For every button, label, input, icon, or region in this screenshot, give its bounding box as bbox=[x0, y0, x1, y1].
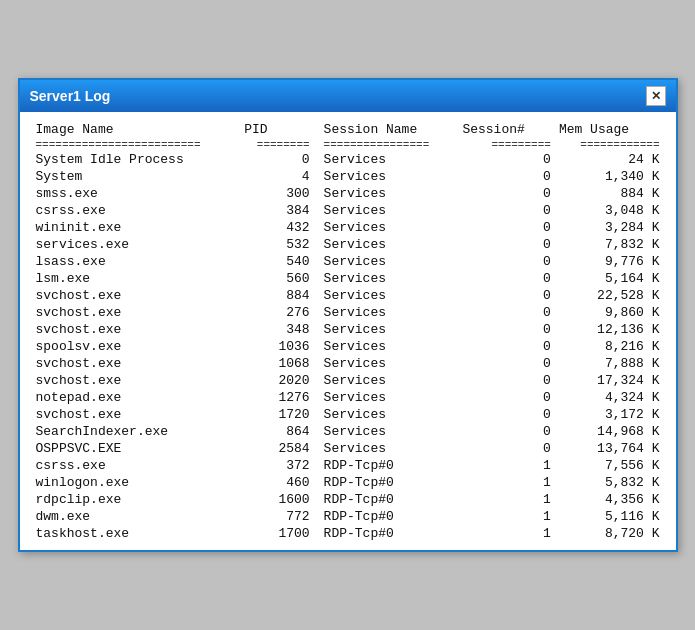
cell-pid: 560 bbox=[240, 270, 313, 287]
cell-session-num: 0 bbox=[458, 185, 555, 202]
table-row: notepad.exe 1276 Services 0 4,324 K bbox=[32, 389, 664, 406]
cell-session-num: 0 bbox=[458, 389, 555, 406]
table-row: svchost.exe 884 Services 0 22,528 K bbox=[32, 287, 664, 304]
cell-session-num: 0 bbox=[458, 287, 555, 304]
cell-image-name: System Idle Process bbox=[32, 151, 241, 168]
cell-image-name: services.exe bbox=[32, 236, 241, 253]
table-row: SearchIndexer.exe 864 Services 0 14,968 … bbox=[32, 423, 664, 440]
cell-mem-usage: 8,720 K bbox=[555, 525, 664, 542]
close-button[interactable]: ✕ bbox=[646, 86, 666, 106]
sep-session-num: ========= bbox=[458, 139, 555, 151]
col-header-mem-usage: Mem Usage bbox=[555, 120, 664, 139]
cell-pid: 276 bbox=[240, 304, 313, 321]
cell-mem-usage: 12,136 K bbox=[555, 321, 664, 338]
cell-session-name: RDP-Tcp#0 bbox=[314, 508, 459, 525]
cell-session-name: Services bbox=[314, 185, 459, 202]
cell-session-name: Services bbox=[314, 338, 459, 355]
cell-mem-usage: 4,356 K bbox=[555, 491, 664, 508]
cell-image-name: svchost.exe bbox=[32, 287, 241, 304]
cell-image-name: csrss.exe bbox=[32, 457, 241, 474]
cell-session-name: Services bbox=[314, 253, 459, 270]
table-row: lsm.exe 560 Services 0 5,164 K bbox=[32, 270, 664, 287]
cell-image-name: svchost.exe bbox=[32, 372, 241, 389]
cell-mem-usage: 1,340 K bbox=[555, 168, 664, 185]
cell-image-name: notepad.exe bbox=[32, 389, 241, 406]
cell-pid: 348 bbox=[240, 321, 313, 338]
table-row: svchost.exe 2020 Services 0 17,324 K bbox=[32, 372, 664, 389]
table-row: csrss.exe 384 Services 0 3,048 K bbox=[32, 202, 664, 219]
separator-row: ========================= ======== =====… bbox=[32, 139, 664, 151]
table-row: svchost.exe 1068 Services 0 7,888 K bbox=[32, 355, 664, 372]
table-row: wininit.exe 432 Services 0 3,284 K bbox=[32, 219, 664, 236]
cell-pid: 1036 bbox=[240, 338, 313, 355]
cell-session-name: Services bbox=[314, 406, 459, 423]
table-header-row: Image Name PID Session Name Session# Mem… bbox=[32, 120, 664, 139]
table-row: lsass.exe 540 Services 0 9,776 K bbox=[32, 253, 664, 270]
cell-session-num: 0 bbox=[458, 304, 555, 321]
cell-session-num: 0 bbox=[458, 355, 555, 372]
cell-session-num: 0 bbox=[458, 270, 555, 287]
cell-mem-usage: 5,164 K bbox=[555, 270, 664, 287]
table-row: csrss.exe 372 RDP-Tcp#0 1 7,556 K bbox=[32, 457, 664, 474]
cell-mem-usage: 8,216 K bbox=[555, 338, 664, 355]
cell-pid: 2020 bbox=[240, 372, 313, 389]
cell-image-name: taskhost.exe bbox=[32, 525, 241, 542]
title-bar: Server1 Log ✕ bbox=[20, 80, 676, 112]
cell-mem-usage: 9,860 K bbox=[555, 304, 664, 321]
cell-session-name: Services bbox=[314, 219, 459, 236]
cell-session-num: 0 bbox=[458, 236, 555, 253]
cell-pid: 864 bbox=[240, 423, 313, 440]
sep-session-name: ================ bbox=[314, 139, 459, 151]
cell-session-num: 1 bbox=[458, 474, 555, 491]
cell-session-num: 0 bbox=[458, 338, 555, 355]
cell-pid: 884 bbox=[240, 287, 313, 304]
cell-mem-usage: 7,832 K bbox=[555, 236, 664, 253]
cell-session-num: 1 bbox=[458, 525, 555, 542]
server-log-window: Server1 Log ✕ Image Name PID Session Nam… bbox=[18, 78, 678, 552]
cell-pid: 532 bbox=[240, 236, 313, 253]
cell-pid: 1720 bbox=[240, 406, 313, 423]
cell-session-num: 0 bbox=[458, 202, 555, 219]
cell-session-name: RDP-Tcp#0 bbox=[314, 457, 459, 474]
cell-session-name: RDP-Tcp#0 bbox=[314, 491, 459, 508]
cell-pid: 540 bbox=[240, 253, 313, 270]
table-row: OSPPSVC.EXE 2584 Services 0 13,764 K bbox=[32, 440, 664, 457]
cell-pid: 2584 bbox=[240, 440, 313, 457]
table-row: winlogon.exe 460 RDP-Tcp#0 1 5,832 K bbox=[32, 474, 664, 491]
cell-pid: 1700 bbox=[240, 525, 313, 542]
table-row: dwm.exe 772 RDP-Tcp#0 1 5,116 K bbox=[32, 508, 664, 525]
col-header-session-name: Session Name bbox=[314, 120, 459, 139]
cell-pid: 1600 bbox=[240, 491, 313, 508]
cell-session-name: Services bbox=[314, 389, 459, 406]
cell-image-name: spoolsv.exe bbox=[32, 338, 241, 355]
table-body: System Idle Process 0 Services 0 24 K Sy… bbox=[32, 151, 664, 542]
cell-image-name: dwm.exe bbox=[32, 508, 241, 525]
cell-mem-usage: 5,116 K bbox=[555, 508, 664, 525]
cell-session-name: Services bbox=[314, 440, 459, 457]
cell-session-num: 1 bbox=[458, 457, 555, 474]
cell-session-num: 0 bbox=[458, 440, 555, 457]
cell-session-num: 0 bbox=[458, 219, 555, 236]
cell-mem-usage: 3,172 K bbox=[555, 406, 664, 423]
cell-image-name: lsass.exe bbox=[32, 253, 241, 270]
cell-session-name: Services bbox=[314, 270, 459, 287]
cell-session-name: Services bbox=[314, 287, 459, 304]
col-header-session-num: Session# bbox=[458, 120, 555, 139]
table-row: rdpclip.exe 1600 RDP-Tcp#0 1 4,356 K bbox=[32, 491, 664, 508]
table-row: taskhost.exe 1700 RDP-Tcp#0 1 8,720 K bbox=[32, 525, 664, 542]
table-row: System Idle Process 0 Services 0 24 K bbox=[32, 151, 664, 168]
cell-session-name: Services bbox=[314, 423, 459, 440]
cell-pid: 772 bbox=[240, 508, 313, 525]
cell-mem-usage: 14,968 K bbox=[555, 423, 664, 440]
window-title: Server1 Log bbox=[30, 88, 111, 104]
cell-pid: 384 bbox=[240, 202, 313, 219]
cell-image-name: smss.exe bbox=[32, 185, 241, 202]
cell-pid: 372 bbox=[240, 457, 313, 474]
cell-image-name: svchost.exe bbox=[32, 304, 241, 321]
sep-pid: ======== bbox=[240, 139, 313, 151]
cell-session-name: Services bbox=[314, 321, 459, 338]
cell-image-name: svchost.exe bbox=[32, 406, 241, 423]
cell-pid: 1068 bbox=[240, 355, 313, 372]
cell-session-name: Services bbox=[314, 168, 459, 185]
cell-mem-usage: 24 K bbox=[555, 151, 664, 168]
